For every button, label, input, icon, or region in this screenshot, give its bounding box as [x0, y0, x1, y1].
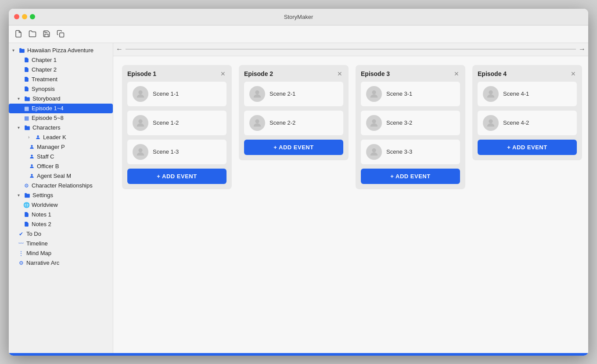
scroll-track	[126, 49, 576, 50]
folder-icon	[24, 124, 31, 131]
sidebar-item-timeline[interactable]: 〰 Timeline	[9, 239, 113, 249]
sidebar-item-agent-seal-m[interactable]: Agent Seal M	[9, 171, 113, 181]
synopsis-label: Synopsis	[32, 86, 109, 92]
scene-3-1-name: Scene 3-1	[386, 90, 412, 97]
scene-card-1-3[interactable]: Scene 1-3	[127, 140, 227, 164]
sidebar-item-treatment[interactable]: Treatment	[9, 75, 113, 84]
note-icon	[23, 211, 30, 218]
scene-4-1-name: Scene 4-1	[503, 90, 529, 97]
episode-3-title: Episode 3	[361, 70, 390, 77]
scene-3-1-avatar	[366, 86, 382, 102]
leader-k-label: Leader K	[43, 134, 109, 141]
episode-4-close-button[interactable]: ✕	[570, 70, 577, 77]
scene-card-1-2[interactable]: Scene 1-2	[127, 111, 227, 135]
svg-rect-0	[60, 33, 64, 37]
traffic-lights	[14, 14, 35, 19]
episode-3-header: Episode 3 ✕	[361, 70, 460, 77]
toolbar	[9, 25, 588, 43]
svg-point-7	[138, 119, 142, 123]
minimize-button[interactable]	[22, 14, 27, 19]
svg-point-5	[31, 174, 32, 176]
narrative-arc-label: Narrative Arc	[26, 259, 109, 266]
sidebar-item-staff-c[interactable]: Staff C	[9, 152, 113, 162]
relations-icon: ⚙	[23, 182, 30, 189]
chevron-down-icon: ▾	[12, 48, 18, 53]
doc-icon	[23, 76, 30, 83]
doc-icon	[23, 57, 30, 64]
episode-card-3: Episode 3 ✕ Scene 3-1 Scene 3-2	[356, 65, 465, 189]
sidebar-item-officer-b[interactable]: Officer B	[9, 162, 113, 171]
person-icon	[28, 163, 35, 170]
timeline-label: Timeline	[26, 240, 109, 247]
sidebar-item-todo[interactable]: ✔ To Do	[9, 229, 113, 239]
scroll-nav: ← →	[113, 43, 588, 56]
scroll-left-arrow[interactable]: ←	[115, 45, 124, 54]
close-button[interactable]	[14, 14, 19, 19]
storyboard-label: Storyboard	[32, 95, 109, 102]
person-icon	[28, 144, 35, 151]
worldview-label: Worldview	[32, 202, 109, 208]
chevron-down-icon: ▾	[18, 96, 23, 101]
episode-1-close-button[interactable]: ✕	[219, 70, 227, 77]
sidebar-item-worldview[interactable]: 🌐 Worldview	[9, 200, 113, 210]
sidebar-item-char-relationships[interactable]: ⚙ Character Relationships	[9, 181, 113, 191]
timeline-icon: 〰	[18, 240, 25, 247]
sidebar-item-episode1-4[interactable]: ▦ Episode 1~4	[9, 104, 113, 113]
person-icon	[28, 153, 35, 160]
sidebar-item-settings[interactable]: ▾ Settings	[9, 191, 113, 200]
add-event-button-ep3[interactable]: + ADD EVENT	[361, 169, 460, 184]
sidebar-item-episode5-8[interactable]: ▦ Episode 5~8	[9, 113, 113, 123]
sidebar-item-narrative-arc[interactable]: ⚙ Narrative Arc	[9, 258, 113, 268]
svg-point-1	[37, 135, 39, 137]
add-event-button-ep1[interactable]: + ADD EVENT	[127, 169, 227, 184]
sidebar-item-storyboard[interactable]: ▾ Storyboard	[9, 94, 113, 104]
scene-3-2-avatar	[366, 115, 382, 131]
note-icon	[23, 221, 30, 228]
svg-point-10	[255, 119, 259, 123]
open-folder-icon[interactable]	[28, 29, 37, 38]
todo-label: To Do	[26, 231, 109, 237]
sidebar-item-leader-k[interactable]: › Leader K	[9, 133, 113, 142]
scene-card-2-1[interactable]: Scene 2-1	[244, 82, 343, 106]
add-event-button-ep4[interactable]: + ADD EVENT	[478, 140, 577, 155]
arc-icon: ⚙	[18, 259, 25, 267]
sidebar-item-notes2[interactable]: Notes 2	[9, 220, 113, 229]
scene-2-2-name: Scene 2-2	[270, 119, 295, 126]
project-name: Hawaiian Pizza Adventure	[27, 47, 109, 54]
doc-icon	[23, 66, 30, 73]
scene-1-1-avatar	[133, 86, 148, 102]
scene-card-4-1[interactable]: Scene 4-1	[478, 82, 577, 106]
sidebar-item-notes1[interactable]: Notes 1	[9, 210, 113, 220]
scene-card-3-3[interactable]: Scene 3-3	[361, 140, 460, 164]
scene-1-1-name: Scene 1-1	[153, 90, 179, 97]
scroll-right-arrow[interactable]: →	[578, 45, 586, 54]
episode-4-header: Episode 4 ✕	[478, 70, 577, 77]
episode-2-header: Episode 2 ✕	[244, 70, 343, 77]
scene-card-2-2[interactable]: Scene 2-2	[244, 111, 343, 135]
episode-2-close-button[interactable]: ✕	[336, 70, 343, 77]
scene-card-1-1[interactable]: Scene 1-1	[127, 82, 227, 106]
episode-1-title: Episode 1	[127, 70, 156, 77]
maximize-button[interactable]	[30, 14, 35, 19]
scene-card-4-2[interactable]: Scene 4-2	[478, 111, 577, 135]
sidebar-item-characters[interactable]: ▾ Characters	[9, 123, 113, 133]
svg-point-2	[31, 145, 32, 147]
svg-point-4	[31, 164, 32, 166]
add-event-button-ep2[interactable]: + ADD EVENT	[244, 140, 343, 155]
scene-card-3-2[interactable]: Scene 3-2	[361, 111, 460, 135]
sidebar-item-mindmap[interactable]: ⋮ Mind Map	[9, 249, 113, 258]
check-icon: ✔	[18, 231, 25, 238]
sidebar-item-manager-p[interactable]: Manager P	[9, 142, 113, 152]
save-icon[interactable]	[42, 29, 51, 38]
duplicate-icon[interactable]	[56, 29, 65, 38]
sidebar-item-chapter1[interactable]: Chapter 1	[9, 55, 113, 65]
char-relationships-label: Character Relationships	[32, 182, 109, 189]
scene-3-2-name: Scene 3-2	[386, 119, 412, 126]
sidebar-item-synopsis[interactable]: Synopsis	[9, 84, 113, 94]
sidebar-project[interactable]: ▾ Hawaiian Pizza Adventure	[9, 46, 113, 55]
scene-card-3-1[interactable]: Scene 3-1	[361, 82, 460, 106]
sidebar-item-chapter2[interactable]: Chapter 2	[9, 65, 113, 75]
scene-4-2-name: Scene 4-2	[503, 119, 529, 126]
episode-3-close-button[interactable]: ✕	[453, 70, 460, 77]
new-file-icon[interactable]	[14, 29, 23, 38]
